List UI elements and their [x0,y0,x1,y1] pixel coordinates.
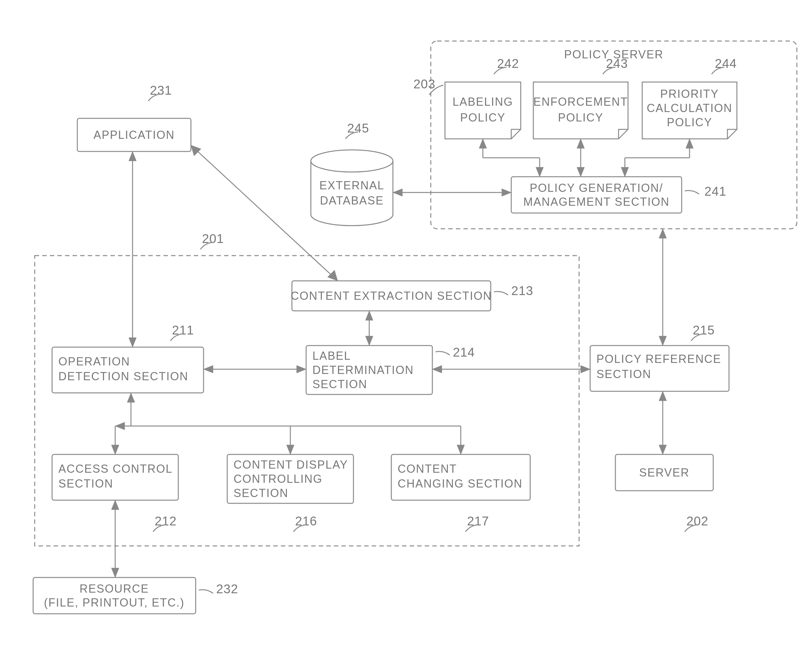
svg-point-3 [311,150,393,172]
svg-marker-26 [536,167,543,177]
conn-pr-policyserver [659,229,666,346]
svg-marker-57 [287,445,294,454]
labeling-policy-doc: LABELING POLICY 242 [445,57,521,139]
enforcement-l1: ENFORCEMENT [533,95,628,108]
svg-marker-62 [111,568,119,578]
conn-ac-resource [111,500,119,578]
svg-marker-33 [686,139,693,148]
enforcement-policy-doc: ENFORCEMENT POLICY 243 [533,57,628,139]
svg-marker-20 [393,189,402,196]
mgmt-l2: MANAGEMENT SECTION [523,195,669,208]
cc-ref: 217 [467,514,489,528]
application-box: APPLICATION 231 [77,83,191,151]
resource-box: RESOURCE (FILE, PRINTOUT, ETC.) 232 [33,578,238,614]
pr-ref: 215 [693,323,715,337]
ld-ref: 214 [453,345,475,359]
conn-db-mgmt [393,189,511,196]
labeling-l2: POLICY [460,111,506,124]
od-l2: DETECTION SECTION [58,370,188,383]
ac-ref: 212 [155,514,177,528]
svg-marker-15 [129,338,136,347]
policy-server-group: POLICY SERVER 203 LABELING POLICY 242 EN… [414,41,797,229]
pr-l2: SECTION [597,368,651,381]
svg-marker-49 [659,445,666,454]
enforcement-l2: POLICY [558,111,604,124]
cd-l2: CONTROLLING [234,472,323,485]
server-label: SERVER [639,466,689,479]
svg-marker-53 [115,422,124,430]
svg-marker-59 [457,445,464,454]
cd-ref: 216 [295,514,317,528]
conn-mgmt-labeling [479,139,543,177]
svg-marker-40 [297,365,306,373]
pr-l1: POLICY REFERENCE [597,353,721,365]
main-ref: 201 [202,232,224,245]
policy-reference-box: POLICY REFERENCE SECTION 215 [590,323,729,391]
res-l2: (FILE, PRINTOUT, ETC.) [44,596,184,609]
svg-marker-17 [191,145,201,156]
cd-l1: CONTENT DISPLAY [234,458,348,471]
conn-pr-server [659,391,666,454]
extdb-ref: 245 [347,121,369,135]
svg-marker-39 [203,365,213,373]
conn-mgmt-enforcement [577,139,585,177]
ac-l2: SECTION [58,477,113,490]
conn-ce-ld [365,311,373,346]
content-display-box: CONTENT DISPLAY CONTROLLING SECTION 216 [227,454,353,532]
svg-marker-55 [111,445,119,454]
svg-marker-45 [659,229,666,238]
od-l1: OPERATION [58,355,130,368]
ld-l1: LABEL [313,349,351,362]
ld-l2: DETERMINATION [313,363,414,377]
svg-marker-43 [581,365,590,373]
conn-ld-pr [432,365,590,373]
extdb-l1: EXTERNAL [319,179,384,192]
cd-l3: SECTION [234,487,288,499]
svg-marker-46 [659,336,666,346]
svg-line-16 [191,145,338,281]
label-determination-box: LABEL DETERMINATION SECTION 214 [306,345,475,395]
mgmt-l1: POLICY GENERATION/ [530,182,663,194]
svg-marker-14 [129,151,136,161]
main-container: 201 [35,232,579,546]
svg-marker-28 [577,139,585,148]
policy-server-ref: 203 [414,77,435,91]
svg-marker-42 [432,365,442,373]
policy-mgmt-box: POLICY GENERATION/ MANAGEMENT SECTION 24… [511,177,726,213]
application-ref: 231 [150,83,172,97]
server-ref: 202 [686,514,708,528]
svg-marker-29 [577,167,585,177]
priority-l3: POLICY [667,116,712,129]
svg-marker-37 [365,336,373,346]
svg-marker-51 [127,393,135,402]
diagram-canvas: POLICY SERVER 203 LABELING POLICY 242 EN… [0,0,812,669]
conn-app-opdetect [129,151,136,347]
svg-marker-18 [328,270,338,281]
ce-ref: 213 [511,284,533,298]
svg-marker-36 [365,311,373,320]
svg-marker-48 [659,391,666,401]
svg-marker-34 [621,167,629,177]
content-extraction-box: CONTENT EXTRACTION SECTION 213 [291,281,533,311]
od-ref: 211 [172,323,194,337]
cc-l2: CHANGING SECTION [398,477,523,490]
ce-l1: CONTENT EXTRACTION SECTION [291,289,492,302]
content-changing-box: CONTENT CHANGING SECTION 217 [391,454,530,532]
svg-marker-61 [111,500,119,509]
ld-l3: SECTION [313,378,367,391]
ac-l1: ACCESS CONTROL [58,462,173,475]
server-box: SERVER 202 [615,454,713,532]
conn-od-ld [203,365,306,373]
svg-marker-25 [479,139,487,148]
conn-od-bus [111,393,464,454]
conn-app-contentextract [191,145,338,281]
priority-l1: PRIORITY [660,87,719,100]
conn-mgmt-priority [621,139,693,177]
priority-l2: CALCULATION [647,102,732,114]
application-label: APPLICATION [93,128,175,141]
labeling-l1: LABELING [452,95,513,108]
svg-marker-21 [502,189,511,196]
mgmt-ref: 241 [704,184,726,198]
res-l1: RESOURCE [79,582,149,595]
cc-l1: CONTENT [398,462,457,475]
